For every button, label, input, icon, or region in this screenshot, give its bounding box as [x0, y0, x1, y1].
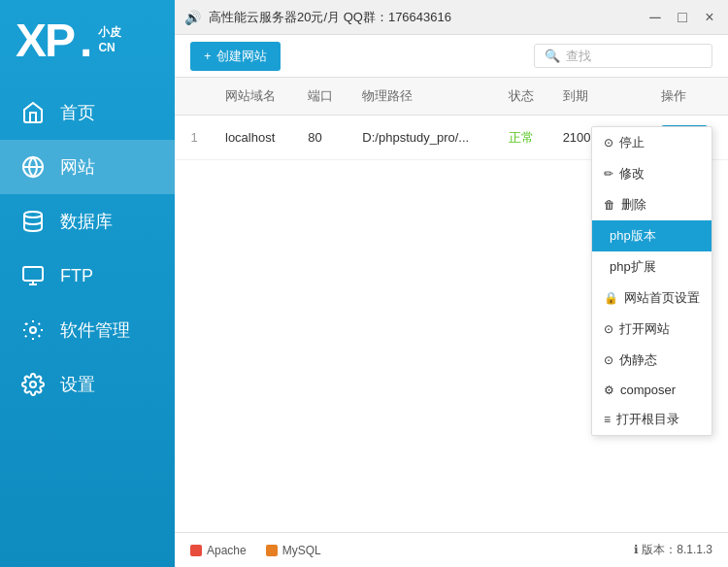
dropdown-item-delete[interactable]: 🗑 删除: [592, 189, 711, 220]
svg-rect-3: [23, 267, 43, 281]
open-site-icon: ⊙: [604, 322, 613, 336]
cell-domain: localhost: [214, 116, 296, 160]
minimize-button[interactable]: ─: [646, 9, 664, 26]
sidebar-item-home[interactable]: 首页: [0, 85, 175, 140]
cell-path: D:/phpstudy_pro/...: [350, 116, 496, 160]
col-index: [175, 78, 214, 116]
stop-icon: ⊙: [604, 136, 613, 150]
sidebar-item-software[interactable]: 软件管理: [0, 303, 175, 357]
dropdown-item-open-dir[interactable]: ≡ 打开根目录: [592, 404, 711, 435]
svg-point-2: [24, 212, 42, 217]
search-input[interactable]: [566, 49, 702, 63]
settings-icon: [19, 371, 47, 398]
dropdown-item-homepage[interactable]: 🔒 网站首页设置: [592, 283, 711, 314]
cell-status: 正常: [497, 116, 551, 160]
database-icon: [19, 208, 47, 235]
pseudo-static-icon: ⊙: [604, 353, 613, 367]
home-icon: [19, 99, 47, 126]
col-expire: 到期: [551, 78, 650, 116]
mysql-indicator: MySQL: [266, 544, 321, 557]
svg-point-6: [30, 327, 36, 333]
sidebar-item-label: 数据库: [60, 210, 113, 233]
logo-area: XP . 小皮 CN: [0, 0, 175, 76]
toolbar: + 创建网站 🔍: [175, 35, 728, 78]
plus-icon: +: [204, 49, 212, 63]
status-bar: Apache MySQL ℹ 版本：8.1.1.3: [175, 532, 728, 567]
col-port: 端口: [296, 78, 350, 116]
nav-menu: 首页 网站 数据库: [0, 85, 175, 412]
table-container: 网站域名 端口 物理路径 状态 到期 操作 1 localhost 80 D:/…: [175, 78, 728, 532]
software-icon: [19, 317, 47, 344]
dropdown-item-php-ext[interactable]: php扩展: [592, 251, 711, 283]
maximize-button[interactable]: □: [674, 9, 691, 26]
dropdown-item-modify[interactable]: ✏ 修改: [592, 158, 711, 189]
sidebar-item-website[interactable]: 网站: [0, 140, 175, 194]
title-bar: 🔊 高性能云服务器20元/月 QQ群：176643616 ─ □ ×: [175, 0, 728, 35]
title-bar-text: 高性能云服务器20元/月 QQ群：176643616: [209, 9, 451, 26]
apache-label: Apache: [207, 544, 247, 557]
version-label: 版本：8.1.1.3: [642, 543, 712, 556]
lock-icon: 🔒: [604, 291, 618, 305]
sidebar: XP . 小皮 CN 首页: [0, 0, 175, 567]
main-content: 🔊 高性能云服务器20元/月 QQ群：176643616 ─ □ × + 创建网…: [175, 0, 728, 567]
create-website-button[interactable]: + 创建网站: [190, 42, 281, 71]
apache-dot: [190, 545, 202, 556]
sidebar-item-label: 软件管理: [60, 318, 130, 342]
info-icon: ℹ: [634, 543, 639, 556]
ftp-icon: [19, 262, 47, 289]
table-header-row: 网站域名 端口 物理路径 状态 到期 操作: [175, 78, 728, 116]
col-status: 状态: [497, 78, 551, 116]
logo-xp: XP: [16, 17, 74, 64]
edit-icon: ✏: [604, 167, 613, 181]
svg-point-7: [30, 382, 36, 387]
sidebar-item-database[interactable]: 数据库: [0, 194, 175, 249]
sidebar-item-ftp[interactable]: FTP: [0, 249, 175, 303]
cell-port: 80: [296, 116, 350, 160]
composer-icon: ⚙: [604, 384, 614, 397]
cell-index: 1: [175, 116, 214, 160]
dropdown-item-php-version[interactable]: php版本: [592, 220, 711, 251]
col-action: 操作: [649, 78, 728, 116]
dropdown-item-pseudo-static[interactable]: ⊙ 伪静态: [592, 345, 711, 376]
version-info: ℹ 版本：8.1.1.3: [634, 542, 712, 558]
sidebar-item-label: 首页: [60, 101, 95, 124]
sidebar-item-settings[interactable]: 设置: [0, 357, 175, 412]
logo-dot: .: [80, 17, 92, 64]
globe-icon: [19, 153, 47, 181]
mysql-dot: [266, 545, 278, 556]
open-dir-icon: ≡: [604, 413, 611, 426]
logo-text: 小皮 CN: [98, 25, 121, 55]
delete-icon: 🗑: [604, 198, 615, 212]
col-domain: 网站域名: [214, 78, 296, 116]
speaker-icon: 🔊: [184, 10, 201, 25]
search-box: 🔍: [534, 44, 712, 68]
sidebar-item-label: 网站: [60, 155, 95, 179]
dropdown-item-open-site[interactable]: ⊙ 打开网站: [592, 314, 711, 345]
sidebar-item-label: 设置: [60, 373, 95, 396]
search-icon: 🔍: [545, 49, 560, 63]
mysql-label: MySQL: [282, 544, 321, 557]
dropdown-item-stop[interactable]: ⊙ 停止: [592, 127, 711, 158]
sidebar-item-label: FTP: [60, 266, 93, 286]
col-path: 物理路径: [350, 78, 496, 116]
dropdown-item-composer[interactable]: ⚙ composer: [592, 376, 711, 404]
close-button[interactable]: ×: [701, 9, 718, 26]
dropdown-menu: ⊙ 停止 ✏ 修改 🗑 删除 php版本 php扩展 🔒 网站首页设置: [591, 126, 712, 436]
apache-indicator: Apache: [190, 544, 247, 557]
